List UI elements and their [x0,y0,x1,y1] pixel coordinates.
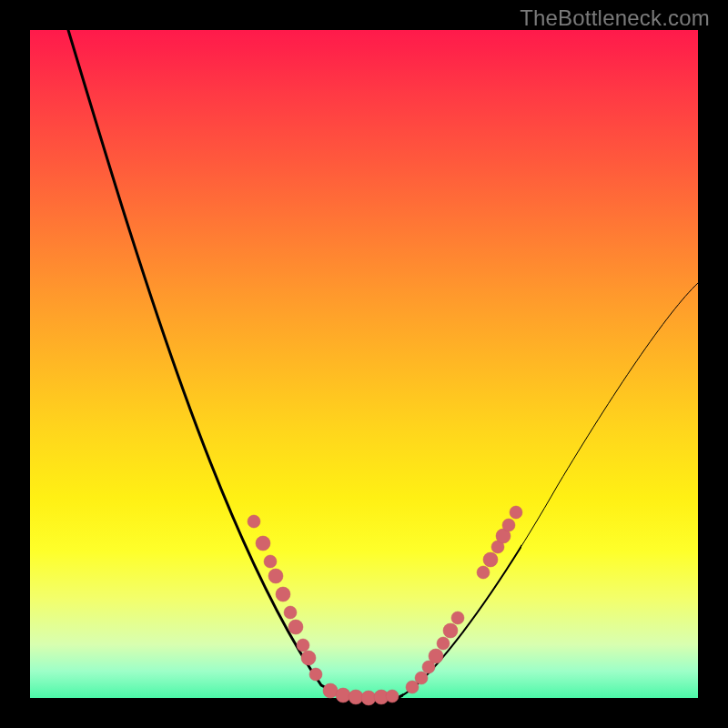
curve-marker [361,691,376,705]
curve-marker [349,690,363,704]
curve-marker [477,566,490,579]
curve-thin-right [394,283,698,699]
curve-thick [68,30,698,700]
curve-marker [276,587,290,602]
curve-marker [309,668,322,681]
curve-marker [483,552,498,567]
curve-marker [437,637,450,650]
curve-marker [301,651,316,665]
curve-marker [323,683,338,698]
curve-marker [297,639,309,652]
curve-mid [68,30,698,700]
curve-marker [288,620,303,634]
curve-marker [248,515,260,528]
curve-marker [510,506,522,519]
curve-marker [336,688,350,703]
plot-area [30,30,698,698]
watermark-text: TheBottleneck.com [520,5,710,31]
marker-group [248,506,522,705]
curve-marker [443,623,458,638]
curve-layer [30,30,698,698]
curve-marker [264,555,277,568]
curve-marker [429,649,443,663]
curve-marker [386,690,399,703]
curve-marker [256,536,270,551]
curve-marker [284,606,297,619]
curve-marker [415,672,428,684]
curve-marker [268,569,283,583]
curve-marker [502,519,515,531]
chart-frame: TheBottleneck.com [0,0,728,728]
curve-marker [451,612,464,624]
